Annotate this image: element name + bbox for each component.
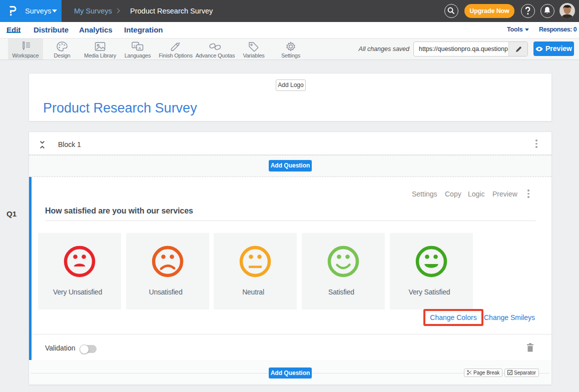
svg-text:x: x (134, 44, 136, 48)
svg-text:A: A (138, 46, 141, 50)
